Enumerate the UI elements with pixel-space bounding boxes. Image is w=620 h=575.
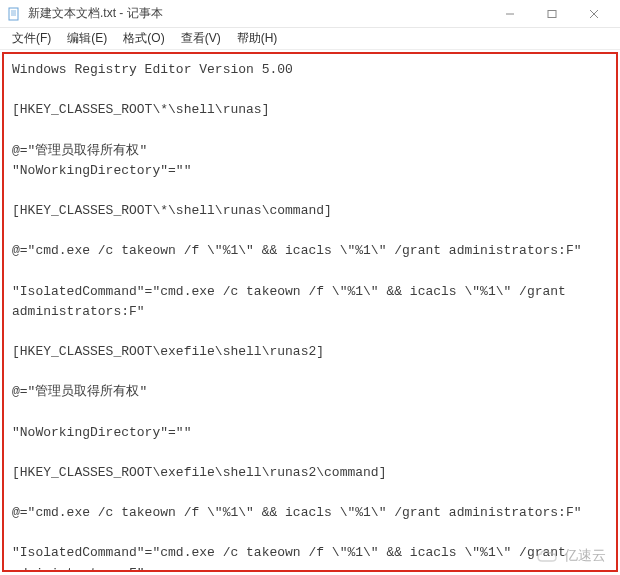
minimize-button[interactable] (498, 4, 522, 24)
menu-edit[interactable]: 编辑(E) (61, 28, 113, 49)
editor-content[interactable]: Windows Registry Editor Version 5.00 [HK… (2, 52, 618, 572)
window-title: 新建文本文档.txt - 记事本 (28, 5, 498, 22)
close-button[interactable] (582, 4, 606, 24)
menu-help[interactable]: 帮助(H) (231, 28, 284, 49)
watermark: 亿速云 (536, 547, 606, 565)
cloud-icon (536, 548, 558, 564)
notepad-icon (6, 6, 22, 22)
svg-rect-0 (9, 8, 18, 20)
svg-rect-5 (548, 10, 556, 17)
watermark-text: 亿速云 (564, 547, 606, 565)
menubar: 文件(F) 编辑(E) 格式(O) 查看(V) 帮助(H) (0, 28, 620, 50)
menu-view[interactable]: 查看(V) (175, 28, 227, 49)
maximize-button[interactable] (540, 4, 564, 24)
menu-file[interactable]: 文件(F) (6, 28, 57, 49)
window-controls (498, 4, 614, 24)
titlebar: 新建文本文档.txt - 记事本 (0, 0, 620, 28)
menu-format[interactable]: 格式(O) (117, 28, 170, 49)
